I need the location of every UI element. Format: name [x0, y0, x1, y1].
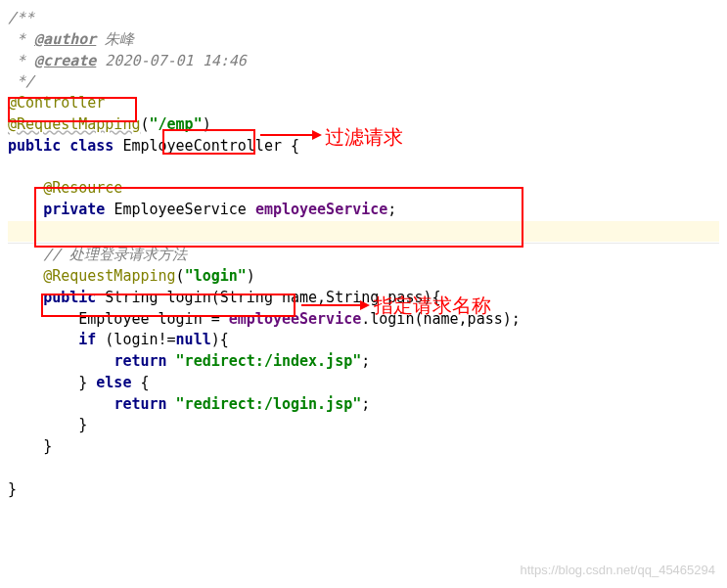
public-keyword: public — [8, 137, 61, 155]
controller-annotation: @Controller — [8, 94, 105, 112]
annotation-label-filter: 过滤请求 — [325, 123, 403, 152]
class-name: EmployeeController — [122, 137, 282, 155]
javadoc-close: */ — [8, 72, 34, 90]
login-str: "login" — [185, 267, 247, 285]
login-method: login — [167, 289, 211, 306]
javadoc-create-tag: @create — [34, 52, 96, 69]
emp-path: "/emp" — [150, 115, 203, 133]
watermark: https://blog.csdn.net/qq_45465294 — [521, 562, 716, 580]
javadoc-create-val: 2020-07-01 14:46 — [96, 52, 247, 69]
redirect-login: "redirect:/login.jsp" — [176, 395, 362, 413]
return-keyword: return — [114, 352, 166, 370]
else-keyword: else — [96, 374, 131, 391]
requestmapping-login: @RequestMapping — [43, 267, 175, 285]
service-field: employeeService — [255, 201, 387, 218]
line-comment: // 处理登录请求方法 — [43, 246, 187, 263]
resource-annotation: @Resource — [43, 179, 122, 197]
javadoc-author-tag: @author — [34, 30, 96, 48]
service-type: EmployeeService — [114, 201, 246, 218]
null-keyword: null — [176, 331, 211, 348]
javadoc-open: /** — [8, 9, 34, 26]
private-keyword: private — [43, 201, 105, 218]
employee-type: Employee — [78, 310, 149, 328]
highlight-line — [8, 221, 719, 243]
code-editor: /** * @author 朱峰 * @create 2020-07-01 14… — [8, 8, 719, 500]
annotation-label-name: 指定请求名称 — [374, 292, 491, 320]
javadoc-author-val: 朱峰 — [96, 30, 134, 48]
javadoc-star: * — [8, 30, 34, 48]
class-keyword: class — [69, 137, 114, 155]
javadoc-star2: * — [8, 52, 34, 69]
separator — [8, 243, 719, 244]
requestmapping-annotation: @RequestMapping — [8, 115, 140, 133]
redirect-index: "redirect:/index.jsp" — [176, 352, 362, 370]
if-keyword: if — [78, 331, 96, 348]
class-close: } — [8, 480, 17, 498]
